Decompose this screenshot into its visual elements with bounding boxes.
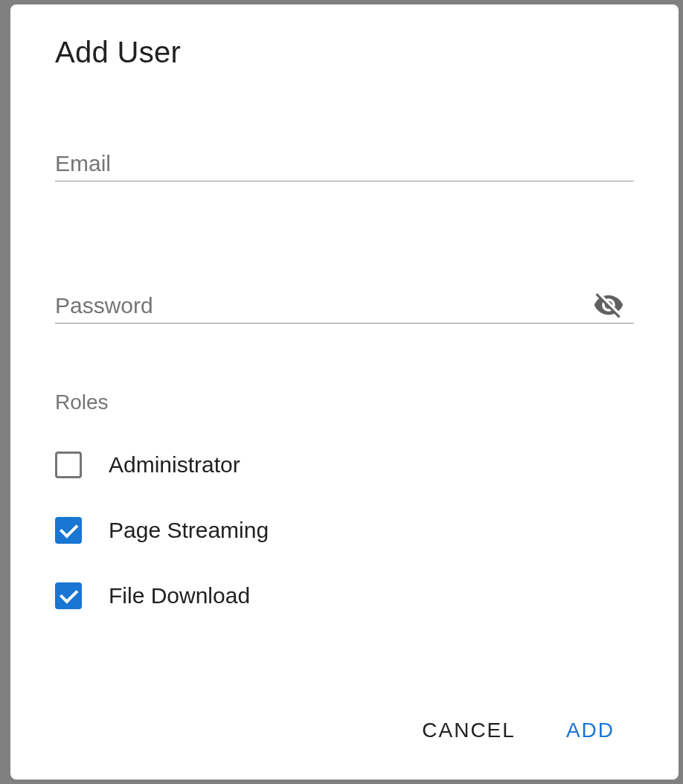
checkbox-page-streaming[interactable] xyxy=(55,517,82,544)
role-administrator[interactable]: Administrator xyxy=(55,452,634,478)
visibility-off-icon[interactable] xyxy=(592,289,625,321)
role-label: File Download xyxy=(109,583,250,608)
role-page-streaming[interactable]: Page Streaming xyxy=(55,517,634,544)
roles-section: Roles Administrator Page Streaming File … xyxy=(55,391,634,648)
role-label: Page Streaming xyxy=(109,518,269,543)
dialog-title: Add User xyxy=(55,36,634,69)
password-field-container: Password xyxy=(55,293,634,324)
email-field-container: Email xyxy=(55,151,634,181)
email-underline xyxy=(55,181,634,181)
add-user-dialog: Add User Email Password Roles Administra… xyxy=(10,4,679,780)
checkbox-administrator[interactable] xyxy=(55,452,82,478)
role-file-download[interactable]: File Download xyxy=(55,582,634,609)
add-button[interactable]: ADD xyxy=(556,711,625,750)
email-field[interactable]: Email xyxy=(55,151,634,181)
dialog-actions: CANCEL ADD xyxy=(55,711,634,750)
checkbox-file-download[interactable] xyxy=(55,582,82,609)
roles-heading: Roles xyxy=(55,391,634,414)
cancel-button[interactable]: CANCEL xyxy=(411,711,526,750)
password-underline xyxy=(55,323,634,324)
password-field[interactable]: Password xyxy=(55,293,634,323)
role-label: Administrator xyxy=(109,452,240,478)
